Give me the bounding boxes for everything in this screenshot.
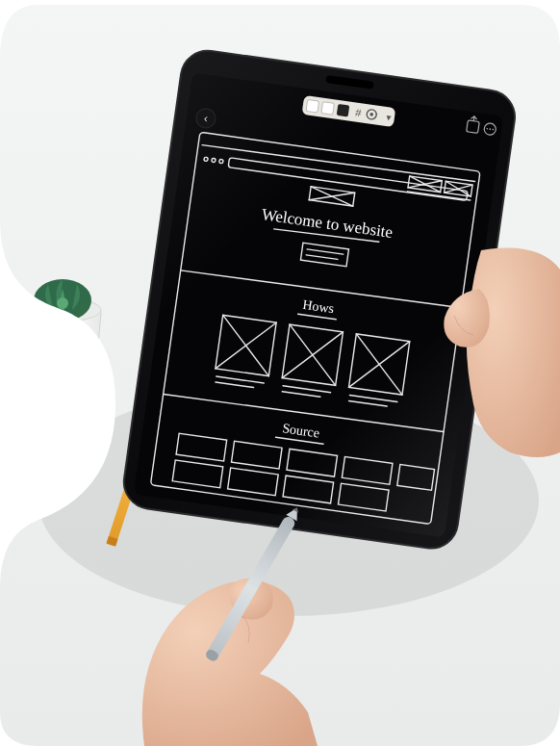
scene-svg: ‹ # ▾ [0, 0, 560, 746]
theme-toggle-icon[interactable] [337, 104, 350, 117]
square-icon[interactable] [321, 102, 335, 116]
svg-point-2 [57, 297, 68, 309]
square-icon[interactable] [306, 99, 319, 113]
succulent-plant [34, 279, 91, 322]
pot-shadow [14, 371, 111, 409]
plant-pot [24, 279, 101, 399]
photo-scene: ‹ # ▾ [0, 0, 560, 746]
